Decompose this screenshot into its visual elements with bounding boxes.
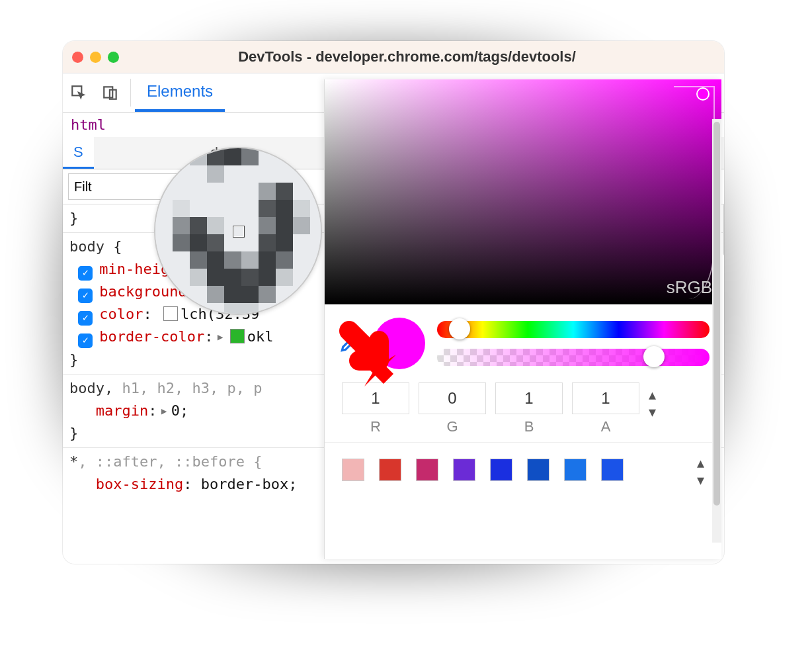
color-swatch-icon[interactable] [230, 329, 245, 343]
prop-margin[interactable]: margin [96, 402, 148, 419]
prop-color[interactable]: color [99, 306, 143, 322]
palette-swatch[interactable] [453, 459, 475, 481]
device-toggle-icon[interactable] [95, 73, 126, 112]
gamut-label: sRGB [667, 277, 712, 298]
channel-b-input[interactable] [495, 382, 563, 414]
traffic-light-zoom[interactable] [108, 52, 119, 63]
val-border-color[interactable]: okl [247, 328, 274, 345]
spectrum-cursor[interactable] [696, 87, 710, 101]
channel-g-input[interactable] [419, 382, 486, 414]
checkbox-icon[interactable]: ✓ [78, 334, 93, 348]
selector-body[interactable]: body [69, 238, 104, 255]
channel-b-label: B [524, 418, 534, 435]
channel-a-label: A [601, 418, 611, 435]
checkbox-icon[interactable]: ✓ [78, 266, 93, 281]
titlebar: DevTools - developer.chrome.com/tags/dev… [63, 41, 724, 73]
selector-body2[interactable]: body, [69, 380, 122, 396]
svg-rect-1 [104, 87, 112, 97]
format-spinner[interactable]: ▴ ▾ [649, 382, 656, 421]
palette-spinner[interactable]: ▴ ▾ [697, 451, 704, 489]
traffic-light-close[interactable] [72, 52, 83, 63]
resize-grip[interactable] [723, 203, 724, 256]
palette-swatch[interactable] [601, 459, 624, 481]
palette-swatch[interactable] [564, 459, 587, 481]
tab-elements[interactable]: Elements [135, 73, 225, 112]
chevron-down-icon[interactable]: ▾ [649, 404, 656, 421]
val-margin[interactable]: 0 [171, 402, 180, 419]
annotation-arrow-icon [327, 318, 400, 390]
palette-swatch[interactable] [342, 459, 364, 481]
channel-g-label: G [446, 418, 458, 435]
expand-triangle-icon[interactable]: ▸ [159, 402, 168, 419]
palette-swatch[interactable] [527, 459, 549, 481]
hue-slider[interactable] [437, 321, 710, 338]
window-title: DevTools - developer.chrome.com/tags/dev… [126, 48, 715, 66]
selector-pseudo: , ::after, ::before { [78, 453, 262, 470]
checkbox-icon[interactable]: ✓ [78, 289, 93, 303]
toolbar-separator [130, 79, 131, 107]
val-box-sizing[interactable]: border-box [201, 476, 288, 492]
palette-swatch[interactable] [379, 459, 401, 481]
prop-border-color[interactable]: border-color [99, 328, 204, 345]
palette-swatch[interactable] [416, 459, 438, 481]
prop-box-sizing[interactable]: box-sizing [96, 476, 183, 492]
hue-thumb[interactable] [449, 318, 470, 339]
checkbox-icon[interactable]: ✓ [78, 311, 93, 326]
selector-gray: h1, h2, h3, p, p [122, 380, 262, 396]
traffic-light-minimize[interactable] [90, 52, 101, 63]
subtab-styles[interactable]: S [63, 137, 94, 169]
eyedropper-magnifier [154, 147, 322, 315]
color-swatch-icon[interactable] [163, 306, 178, 321]
chevron-up-icon[interactable]: ▴ [697, 455, 704, 472]
alpha-slider[interactable] [437, 349, 710, 366]
devtools-window: DevTools - developer.chrome.com/tags/dev… [63, 41, 724, 564]
chevron-up-icon[interactable]: ▴ [649, 386, 656, 404]
gamut-line [674, 86, 715, 299]
magnifier-crosshair [233, 226, 244, 237]
color-palette: ▴ ▾ [325, 442, 721, 497]
chevron-down-icon[interactable]: ▾ [697, 472, 704, 489]
channel-r-label: R [370, 418, 381, 435]
color-spectrum[interactable]: sRGB [325, 79, 721, 304]
palette-swatch[interactable] [490, 459, 512, 481]
scrollbar-thumb[interactable] [713, 122, 720, 506]
channel-a-input[interactable] [572, 382, 639, 414]
alpha-thumb[interactable] [643, 346, 665, 367]
inspect-icon[interactable] [63, 73, 95, 112]
expand-triangle-icon[interactable]: ▸ [216, 328, 224, 345]
selector-star[interactable]: * [69, 453, 78, 470]
scrollbar-vertical[interactable] [712, 119, 721, 543]
